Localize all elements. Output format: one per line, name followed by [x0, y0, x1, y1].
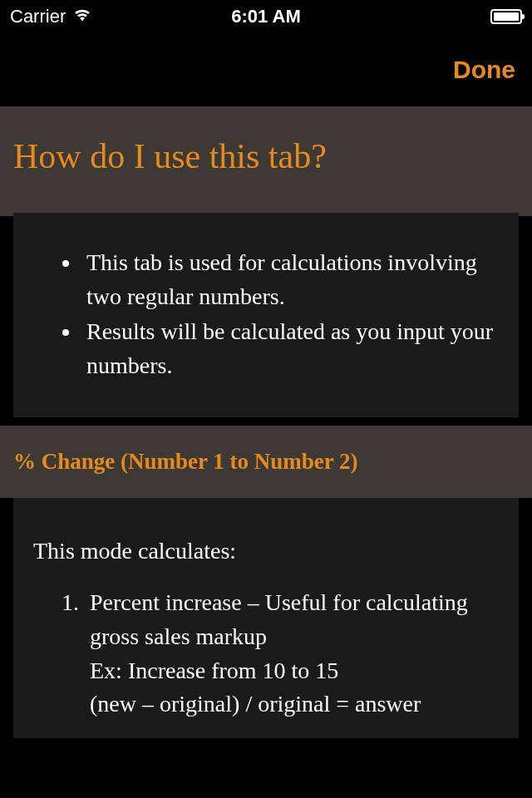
status-right [490, 9, 522, 24]
section-body-how-to: This tab is used for calculations involv… [13, 213, 519, 417]
list-item: Results will be calculated as you input … [81, 315, 495, 382]
section-header-how-to: How do I use this tab? [0, 106, 532, 216]
status-time: 6:01 AM [231, 6, 301, 27]
section-intro: This mode calculates: [33, 538, 499, 564]
list-item: Percent increase – Useful for calculatin… [85, 586, 499, 721]
page-title: How do I use this tab? [13, 136, 519, 176]
section-body-percent-change: This mode calculates: Percent increase –… [13, 498, 519, 737]
status-bar: Carrier 6:01 AM [0, 0, 532, 33]
carrier-label: Carrier [10, 6, 66, 27]
section-title: % Change (Number 1 to Number 2) [13, 449, 519, 475]
nav-bar: Done [0, 33, 532, 106]
battery-icon [490, 9, 522, 24]
done-button[interactable]: Done [453, 56, 515, 84]
help-content: How do I use this tab? This tab is used … [0, 106, 532, 738]
status-left: Carrier [10, 6, 92, 27]
wifi-icon [72, 6, 92, 27]
section-header-percent-change: % Change (Number 1 to Number 2) [0, 426, 532, 498]
list-item: This tab is used for calculations involv… [81, 246, 495, 313]
